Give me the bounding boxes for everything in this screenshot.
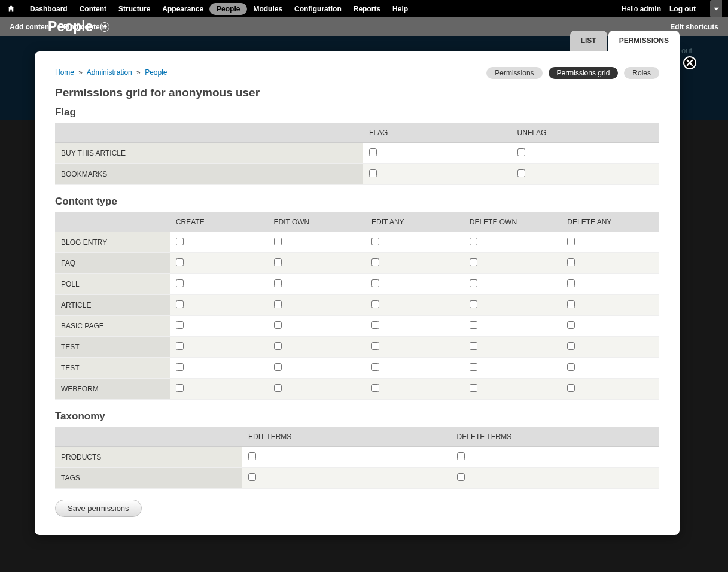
permission-checkbox[interactable] xyxy=(176,384,184,392)
permission-checkbox[interactable] xyxy=(371,300,379,308)
cell xyxy=(268,337,366,358)
toolbar-menu-configuration[interactable]: Configuration xyxy=(288,1,348,17)
permission-checkbox[interactable] xyxy=(470,342,477,350)
permission-checkbox[interactable] xyxy=(470,238,477,245)
section-heading-taxonomy: Taxonomy xyxy=(55,410,659,422)
cell xyxy=(511,164,659,185)
taxonomy-table: EDIT TERMSDELETE TERMSPRODUCTSTAGS xyxy=(55,427,659,489)
permission-checkbox[interactable] xyxy=(176,279,184,287)
table-row: TEST xyxy=(55,358,659,379)
cell xyxy=(268,253,366,274)
breadcrumb-admin[interactable]: Administration xyxy=(87,68,132,77)
permission-checkbox[interactable] xyxy=(470,258,477,266)
permission-checkbox[interactable] xyxy=(470,321,477,329)
cell xyxy=(170,232,268,253)
permission-checkbox[interactable] xyxy=(567,300,575,308)
permission-checkbox[interactable] xyxy=(470,384,477,392)
cell xyxy=(268,295,366,316)
permission-checkbox[interactable] xyxy=(176,300,184,308)
permission-checkbox[interactable] xyxy=(176,342,184,350)
permission-checkbox[interactable] xyxy=(274,342,282,350)
add-content-link[interactable]: Add content xyxy=(10,23,51,31)
row-label: TEST xyxy=(55,358,170,379)
row-label: BLOG ENTRY xyxy=(55,232,170,253)
permission-checkbox[interactable] xyxy=(248,473,256,481)
row-label: WEBFORM xyxy=(55,379,170,400)
permission-checkbox[interactable] xyxy=(457,452,465,460)
permission-checkbox[interactable] xyxy=(274,238,282,245)
permission-checkbox[interactable] xyxy=(470,279,477,287)
admin-toolbar: DashboardContentStructureAppearancePeopl… xyxy=(0,0,728,17)
permission-checkbox[interactable] xyxy=(371,363,379,371)
permission-checkbox[interactable] xyxy=(567,258,575,266)
cell xyxy=(242,468,450,489)
permission-checkbox[interactable] xyxy=(567,321,575,329)
permission-checkbox[interactable] xyxy=(567,279,575,287)
subtab-permissions[interactable]: Permissions xyxy=(486,67,542,79)
table-row: POLL xyxy=(55,274,659,295)
permission-checkbox[interactable] xyxy=(470,363,477,371)
permission-checkbox[interactable] xyxy=(517,169,525,177)
permission-checkbox[interactable] xyxy=(371,279,379,287)
home-icon[interactable] xyxy=(6,4,16,14)
cell xyxy=(268,274,366,295)
permission-checkbox[interactable] xyxy=(176,321,184,329)
permission-checkbox[interactable] xyxy=(567,363,575,371)
breadcrumb-people[interactable]: People xyxy=(145,68,167,77)
table-row: TEST xyxy=(55,337,659,358)
table-row: TAGS xyxy=(55,468,659,489)
toolbar-menu-modules[interactable]: Modules xyxy=(247,1,288,17)
permission-checkbox[interactable] xyxy=(274,321,282,329)
edit-shortcuts-link[interactable]: Edit shortcuts xyxy=(670,23,718,31)
subtab-roles[interactable]: Roles xyxy=(624,67,659,79)
permission-checkbox[interactable] xyxy=(176,258,184,266)
hello-user[interactable]: Hello admin xyxy=(622,5,661,13)
permission-checkbox[interactable] xyxy=(470,300,477,308)
permission-checkbox[interactable] xyxy=(371,258,379,266)
permission-checkbox[interactable] xyxy=(567,238,575,245)
tab-permissions[interactable]: PERMISSIONS xyxy=(608,31,680,51)
add-icon[interactable]: + xyxy=(100,22,109,32)
permission-checkbox[interactable] xyxy=(371,321,379,329)
toolbar-menu-reports[interactable]: Reports xyxy=(348,1,386,17)
cell xyxy=(464,358,562,379)
logout-link[interactable]: Log out xyxy=(669,5,696,13)
permission-checkbox[interactable] xyxy=(567,384,575,392)
subtab-permissions-grid[interactable]: Permissions grid xyxy=(549,67,619,79)
toolbar-menu-dashboard[interactable]: Dashboard xyxy=(24,1,74,17)
permission-checkbox[interactable] xyxy=(567,342,575,350)
row-label: TEST xyxy=(55,337,170,358)
permission-checkbox[interactable] xyxy=(274,363,282,371)
permission-checkbox[interactable] xyxy=(274,300,282,308)
permission-checkbox[interactable] xyxy=(369,169,377,177)
save-button[interactable]: Save permissions xyxy=(55,500,142,517)
permission-checkbox[interactable] xyxy=(274,279,282,287)
toolbar-menu-structure[interactable]: Structure xyxy=(112,1,156,17)
tab-list[interactable]: LIST xyxy=(570,31,607,51)
table-row: BUY THIS ARTICLE xyxy=(55,143,659,164)
permission-checkbox[interactable] xyxy=(371,238,379,245)
permission-checkbox[interactable] xyxy=(274,384,282,392)
toolbar-menu-content[interactable]: Content xyxy=(74,1,112,17)
permission-checkbox[interactable] xyxy=(369,148,377,156)
cell xyxy=(363,164,511,185)
close-icon[interactable] xyxy=(683,56,696,69)
toolbar-menu-help[interactable]: Help xyxy=(386,1,414,17)
permission-checkbox[interactable] xyxy=(176,363,184,371)
permission-checkbox[interactable] xyxy=(371,342,379,350)
row-label: ARTICLE xyxy=(55,295,170,316)
breadcrumb-home[interactable]: Home xyxy=(55,68,74,77)
permission-checkbox[interactable] xyxy=(176,238,184,245)
cell xyxy=(170,316,268,337)
permission-checkbox[interactable] xyxy=(517,148,525,156)
permission-checkbox[interactable] xyxy=(457,473,465,481)
permission-checkbox[interactable] xyxy=(274,258,282,266)
flag-table: FLAGUNFLAGBUY THIS ARTICLEBOOKMARKS xyxy=(55,123,659,185)
toolbar-menu-appearance[interactable]: Appearance xyxy=(156,1,209,17)
cell xyxy=(464,253,562,274)
permission-checkbox[interactable] xyxy=(248,452,256,460)
toolbar-toggle-icon[interactable] xyxy=(710,0,722,17)
permission-checkbox[interactable] xyxy=(371,384,379,392)
toolbar-menu-people[interactable]: People xyxy=(209,3,247,15)
row-label: TAGS xyxy=(55,468,242,489)
